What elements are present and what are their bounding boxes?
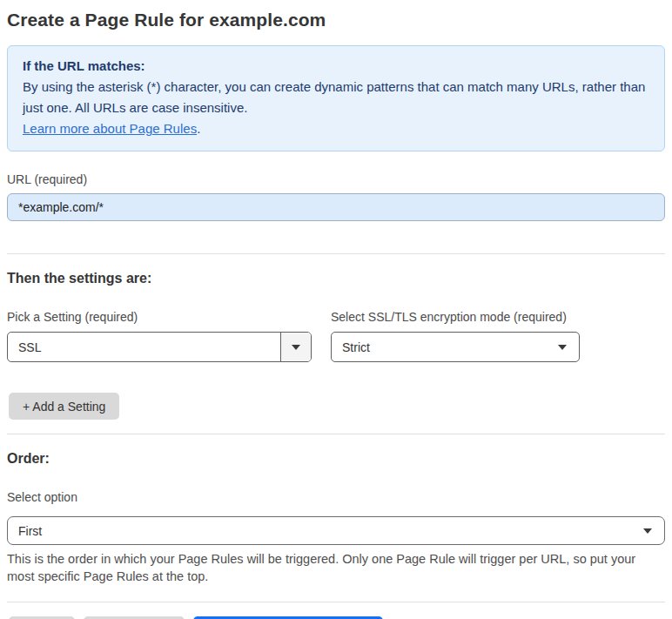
setting-picker-group: Pick a Setting (required) SSL — [7, 310, 312, 362]
settings-section-heading: Then the settings are: — [7, 271, 665, 286]
url-match-info-box: If the URL matches: By using the asteris… — [7, 45, 665, 151]
ssl-mode-select[interactable]: Strict — [331, 332, 580, 362]
order-section-heading: Order: — [7, 451, 665, 467]
ssl-mode-value: Strict — [332, 333, 558, 361]
chevron-down-icon — [643, 517, 664, 544]
add-setting-button[interactable]: + Add a Setting — [9, 393, 119, 420]
ssl-mode-picker-group: Select SSL/TLS encryption mode (required… — [331, 310, 580, 362]
order-select-label: Select option — [7, 490, 665, 504]
section-divider — [7, 602, 665, 602]
chevron-down-icon — [280, 333, 311, 361]
order-select-value: First — [8, 517, 643, 544]
section-divider — [7, 434, 665, 434]
link-suffix: . — [197, 121, 200, 136]
order-select[interactable]: First — [7, 516, 665, 545]
page-rule-form: Create a Page Rule for example.com If th… — [0, 0, 672, 619]
info-box-heading: If the URL matches: — [23, 56, 649, 77]
chevron-down-icon — [558, 333, 579, 361]
ssl-mode-picker-label: Select SSL/TLS encryption mode (required… — [331, 310, 580, 324]
url-input[interactable] — [7, 193, 665, 221]
setting-picker-label: Pick a Setting (required) — [7, 310, 312, 324]
info-box-body: By using the asterisk (*) character, you… — [23, 77, 649, 118]
learn-more-link[interactable]: Learn more about Page Rules — [23, 121, 197, 136]
order-help-text: This is the order in which your Page Rul… — [7, 550, 665, 585]
setting-picker-select[interactable]: SSL — [7, 332, 312, 362]
page-title: Create a Page Rule for example.com — [7, 10, 665, 30]
settings-row: Pick a Setting (required) SSL Select SSL… — [7, 310, 665, 362]
info-box-link-line: Learn more about Page Rules. — [23, 118, 649, 139]
add-setting-wrap: + Add a Setting — [9, 393, 665, 420]
setting-picker-value: SSL — [8, 333, 280, 361]
section-divider — [7, 253, 665, 254]
url-field-label: URL (required) — [7, 172, 665, 186]
